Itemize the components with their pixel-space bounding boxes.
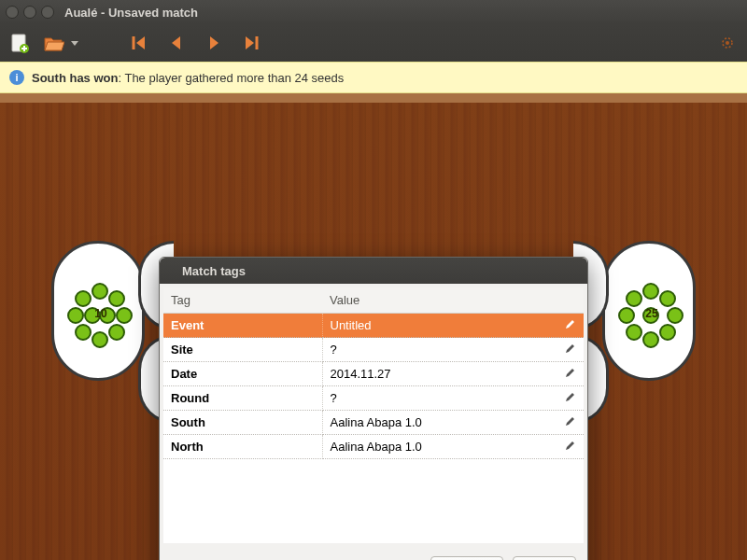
left-store-pit[interactable]: 10	[51, 241, 145, 381]
tag-cell: Round	[163, 386, 322, 411]
goto-last-icon[interactable]	[239, 31, 263, 55]
match-tags-dialog: Match tags Tag Value EventUntitledSite?D…	[159, 257, 588, 560]
step-back-icon[interactable]	[164, 31, 189, 55]
open-file-icon[interactable]	[41, 31, 65, 55]
table-row[interactable]: Round?	[163, 386, 584, 411]
toolbar	[0, 24, 747, 62]
window-minimize-icon[interactable]	[23, 6, 36, 19]
value-cell[interactable]: Aalina Abapa 1.0	[322, 411, 584, 435]
table-row[interactable]: Site?	[163, 338, 584, 362]
cancel-button[interactable]: Cancel	[430, 556, 503, 560]
edit-icon[interactable]	[564, 343, 576, 355]
svg-point-3	[726, 41, 729, 45]
edit-icon[interactable]	[564, 367, 576, 379]
edit-icon[interactable]	[564, 391, 576, 403]
dialog-title: Match tags	[182, 264, 246, 278]
banner-text: South has won: The player gathered more …	[32, 71, 344, 85]
edit-icon[interactable]	[564, 440, 576, 452]
tag-cell: North	[163, 435, 322, 459]
table-row[interactable]: Date2014.11.27	[163, 362, 584, 386]
edit-icon[interactable]	[564, 318, 576, 330]
window-close-icon[interactable]	[6, 6, 19, 19]
banner-detail: : The player gathered more than 24 seeds	[118, 71, 344, 85]
step-forward-icon[interactable]	[202, 31, 226, 55]
edit-icon[interactable]	[564, 415, 576, 427]
window-maximize-icon[interactable]	[41, 6, 54, 19]
settings-icon[interactable]	[715, 31, 740, 55]
col-value: Value	[322, 287, 584, 314]
right-store-pit[interactable]: 25	[602, 241, 696, 381]
value-cell[interactable]: Aalina Abapa 1.0	[322, 435, 584, 459]
value-cell[interactable]: Untitled	[322, 314, 584, 338]
table-row[interactable]: NorthAalina Abapa 1.0	[163, 435, 584, 459]
dialog-titlebar: Match tags	[160, 258, 587, 284]
value-cell[interactable]: ?	[322, 386, 584, 411]
col-tag: Tag	[163, 287, 322, 314]
tag-cell: Site	[163, 338, 322, 362]
banner-strong: South has won	[32, 71, 118, 85]
tag-cell: Date	[163, 362, 322, 386]
tag-cell: Event	[163, 314, 322, 338]
table-empty-space	[163, 459, 584, 543]
save-button[interactable]: Save	[513, 556, 576, 560]
table-row[interactable]: EventUntitled	[163, 314, 584, 338]
new-file-icon[interactable]	[7, 31, 32, 55]
tag-cell: South	[163, 411, 322, 435]
right-store-count: 25	[642, 304, 661, 323]
open-dropdown-caret-icon[interactable]	[71, 41, 78, 46]
game-board: 10 25 Match tags Tag Val	[0, 103, 747, 560]
status-banner: i South has won: The player gathered mor…	[0, 62, 747, 93]
tags-table: Tag Value EventUntitledSite?Date2014.11.…	[163, 287, 584, 459]
window-title: Aualé - Unsaved match	[64, 6, 198, 20]
table-row[interactable]: SouthAalina Abapa 1.0	[163, 411, 584, 435]
goto-first-icon[interactable]	[127, 31, 151, 55]
value-cell[interactable]: ?	[322, 338, 584, 362]
left-store-count: 10	[92, 304, 110, 323]
value-cell[interactable]: 2014.11.27	[322, 362, 584, 386]
main-titlebar: Aualé - Unsaved match	[0, 0, 747, 24]
info-icon: i	[9, 70, 24, 85]
